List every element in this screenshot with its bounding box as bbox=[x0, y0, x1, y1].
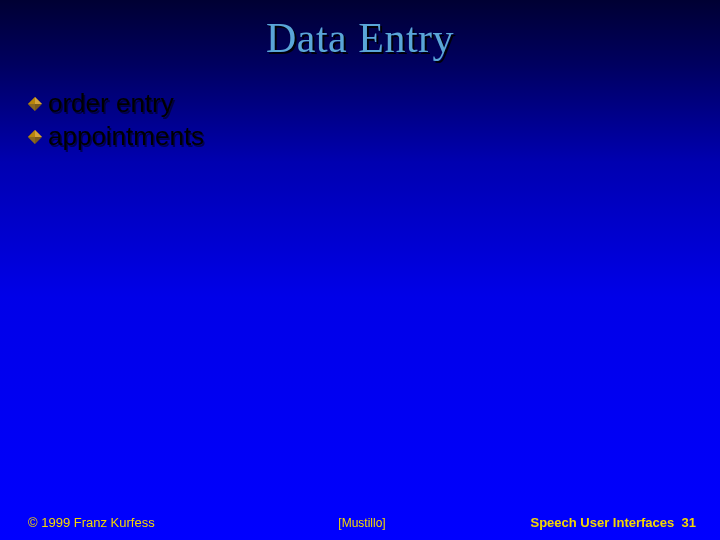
svg-marker-2 bbox=[28, 97, 35, 104]
slide-footer: © 1999 Franz Kurfess [Mustillo] Speech U… bbox=[28, 515, 696, 530]
slide-title: Data Entry bbox=[0, 14, 720, 62]
footer-series: Speech User Interfaces 31 bbox=[531, 515, 697, 530]
svg-marker-5 bbox=[35, 130, 42, 137]
footer-page-number: 31 bbox=[682, 515, 696, 530]
bullet-text: order entry bbox=[48, 88, 174, 119]
bullet-text: appointments bbox=[48, 121, 204, 152]
slide-body: order entry appointments bbox=[28, 88, 692, 154]
svg-marker-7 bbox=[28, 137, 35, 144]
footer-citation: [Mustillo] bbox=[338, 516, 385, 530]
bullet-item: appointments bbox=[28, 121, 692, 152]
svg-marker-1 bbox=[35, 97, 42, 104]
diamond-bullet-icon bbox=[28, 97, 42, 111]
svg-marker-3 bbox=[28, 104, 35, 111]
footer-copyright: © 1999 Franz Kurfess bbox=[28, 515, 155, 530]
diamond-bullet-icon bbox=[28, 130, 42, 144]
svg-marker-6 bbox=[28, 130, 35, 137]
slide: Data Entry order entry bbox=[0, 0, 720, 540]
footer-series-title: Speech User Interfaces bbox=[531, 515, 675, 530]
bullet-item: order entry bbox=[28, 88, 692, 119]
